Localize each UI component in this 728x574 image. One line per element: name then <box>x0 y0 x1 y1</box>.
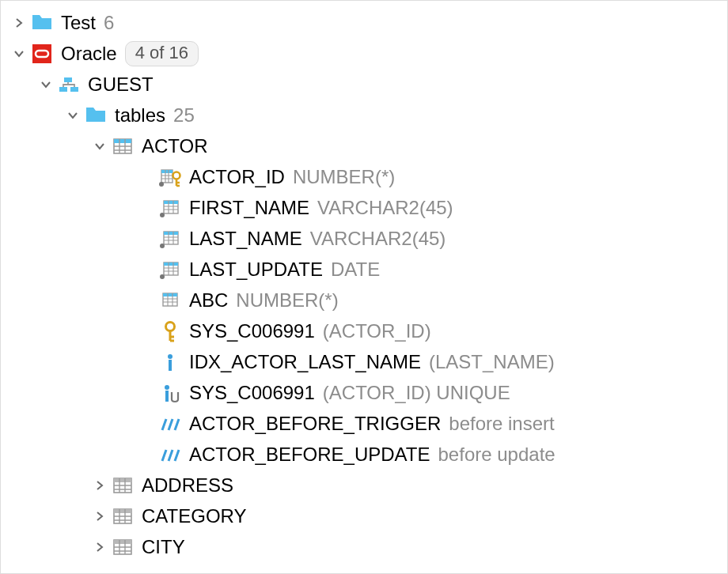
chevron-down-icon[interactable] <box>37 76 55 93</box>
trigger-meta: before insert <box>449 413 554 435</box>
column-pk-icon <box>159 166 181 188</box>
trigger-icon <box>159 413 181 435</box>
tree-item-label: ACTOR_BEFORE_UPDATE <box>189 444 430 466</box>
oracle-icon <box>31 43 53 65</box>
column-type: DATE <box>331 259 380 281</box>
tree-item-label: Test <box>61 12 96 34</box>
tree-item-label: LAST_UPDATE <box>189 259 323 281</box>
tree-item-label: SYS_C006991 <box>189 382 315 404</box>
column-notnull-icon <box>159 197 181 219</box>
folder-icon <box>85 104 107 127</box>
tree-item-unique-index[interactable]: SYS_C006991 (ACTOR_ID) UNIQUE <box>1 377 727 408</box>
chevron-right-icon[interactable] <box>91 508 108 525</box>
tree-item-label: ACTOR_BEFORE_TRIGGER <box>189 413 441 435</box>
column-type: NUMBER(*) <box>236 289 338 312</box>
tree-item-table-actor[interactable]: ACTOR <box>1 130 727 161</box>
tree-item-trigger[interactable]: ACTOR_BEFORE_TRIGGER before insert <box>1 408 727 439</box>
column-type: NUMBER(*) <box>293 166 395 188</box>
tree-item-trigger[interactable]: ACTOR_BEFORE_UPDATE before update <box>1 439 727 470</box>
tree-item-tables[interactable]: tables 25 <box>1 100 727 130</box>
tree-item-label: ACTOR_ID <box>189 166 285 188</box>
tree-item-label: LAST_NAME <box>189 228 302 250</box>
trigger-icon <box>159 444 181 466</box>
tree-item-index[interactable]: IDX_ACTOR_LAST_NAME (LAST_NAME) <box>1 346 727 377</box>
index-unique-icon <box>159 382 181 404</box>
chevron-right-icon[interactable] <box>91 538 108 556</box>
key-icon <box>159 320 181 342</box>
chevron-down-icon[interactable] <box>91 138 108 155</box>
tree-item-count: 6 <box>104 12 114 34</box>
tree-item-primary-key[interactable]: SYS_C006991 (ACTOR_ID) <box>1 315 727 346</box>
tree-item-table-category[interactable]: CATEGORY <box>1 500 727 531</box>
index-meta: (LAST_NAME) <box>429 351 555 373</box>
column-type: VARCHAR2(45) <box>310 228 446 250</box>
tree-item-column-actor-id[interactable]: ACTOR_ID NUMBER(*) <box>1 161 727 192</box>
tree-item-oracle[interactable]: Oracle 4 of 16 <box>1 38 727 69</box>
table-icon <box>112 135 134 157</box>
tree-item-count: 25 <box>173 104 195 127</box>
tree-item-label: GUEST <box>88 74 154 96</box>
tree-item-label: ABC <box>189 289 228 312</box>
tree-item-column-abc[interactable]: ABC NUMBER(*) <box>1 285 727 315</box>
tree-item-column-first-name[interactable]: FIRST_NAME VARCHAR2(45) <box>1 192 727 223</box>
column-notnull-icon <box>159 259 181 281</box>
tree-item-label: Oracle <box>61 43 117 65</box>
chevron-right-icon[interactable] <box>10 14 28 32</box>
tree-item-column-last-name[interactable]: LAST_NAME VARCHAR2(45) <box>1 223 727 254</box>
index-meta: (ACTOR_ID) UNIQUE <box>323 382 510 404</box>
tree-item-label: ADDRESS <box>142 474 233 497</box>
tree-item-label: CATEGORY <box>142 505 246 527</box>
table-icon <box>112 474 134 497</box>
index-icon <box>159 351 181 373</box>
column-type: VARCHAR2(45) <box>317 197 453 219</box>
tree-item-table-address[interactable]: ADDRESS <box>1 470 727 500</box>
tree-item-table-city[interactable]: CITY <box>1 531 727 562</box>
column-icon <box>159 289 181 312</box>
count-badge: 4 of 16 <box>125 41 199 66</box>
tree-item-test[interactable]: Test 6 <box>1 7 727 38</box>
chevron-down-icon[interactable] <box>64 107 82 124</box>
tree-item-column-last-update[interactable]: LAST_UPDATE DATE <box>1 254 727 285</box>
table-icon <box>112 505 134 527</box>
tree-item-label: IDX_ACTOR_LAST_NAME <box>189 351 421 373</box>
tree-item-label: ACTOR <box>142 135 208 157</box>
tree-item-label: CITY <box>142 536 185 558</box>
tree-item-label: SYS_C006991 <box>189 320 315 342</box>
tree-item-schema-guest[interactable]: GUEST <box>1 69 727 100</box>
trigger-meta: before update <box>438 444 555 466</box>
tree-item-label: tables <box>115 104 165 127</box>
chevron-down-icon[interactable] <box>10 45 28 62</box>
folder-icon <box>31 12 53 34</box>
key-meta: (ACTOR_ID) <box>323 320 431 342</box>
column-notnull-icon <box>159 228 181 250</box>
tree-item-label: FIRST_NAME <box>189 197 309 219</box>
schema-icon <box>58 74 80 96</box>
chevron-right-icon[interactable] <box>91 477 108 494</box>
table-icon <box>112 536 134 558</box>
